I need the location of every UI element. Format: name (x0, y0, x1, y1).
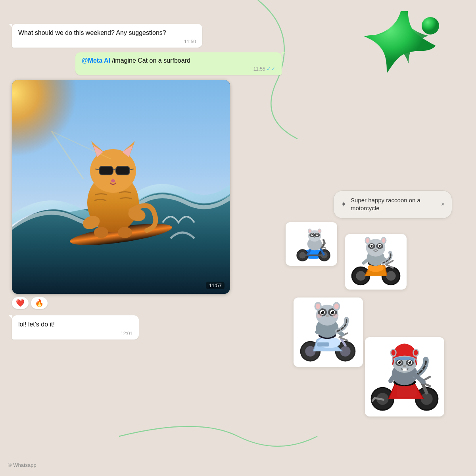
message-text-4: lol! let's do it! (18, 320, 132, 329)
message-time-4: 12:01 (18, 331, 132, 336)
sticker-raccoon-3[interactable] (294, 298, 363, 367)
svg-point-41 (318, 229, 321, 232)
svg-point-82 (316, 303, 320, 309)
svg-point-43 (356, 271, 365, 280)
svg-point-56 (374, 249, 377, 250)
svg-point-84 (334, 303, 339, 309)
message-time-2: 11:55 ✓✓ (82, 66, 275, 72)
message-text-1: What should we do this weekend? Any sugg… (18, 29, 196, 37)
svg-rect-12 (116, 166, 130, 175)
svg-rect-11 (99, 166, 113, 175)
svg-point-77 (331, 311, 332, 312)
svg-rect-89 (397, 385, 417, 397)
stickers-area (278, 222, 460, 460)
svg-point-78 (326, 315, 329, 317)
svg-point-55 (379, 245, 381, 247)
image-timestamp: 11:57 (206, 282, 225, 289)
svg-point-58 (366, 238, 369, 243)
message-time-1: 11:50 (18, 39, 196, 44)
message-bubble-sent-1: @Meta AI /imagine Cat on a surfboard 11:… (75, 52, 282, 75)
reactions-row: ❤️ 🔥 (12, 297, 282, 309)
svg-rect-66 (317, 342, 329, 346)
svg-point-16 (111, 179, 115, 182)
ai-close-button[interactable]: × (441, 201, 445, 208)
ai-spark-icon: ✦ (341, 200, 347, 209)
svg-point-101 (403, 365, 406, 367)
sticker-raccoon-2[interactable] (345, 234, 407, 290)
copyright-text: © Whatsapp (8, 462, 36, 468)
svg-point-60 (382, 238, 385, 243)
svg-point-0 (422, 17, 439, 35)
ai-suggestion-text: Super happy raccoon on a motorcycle (351, 196, 437, 213)
green-star-decoration (357, 8, 444, 95)
message-bubble-received-1: What should we do this weekend? Any sugg… (12, 24, 202, 48)
svg-point-64 (340, 346, 350, 356)
message-text-2: @Meta AI /imagine Cat on a surfboard (82, 57, 275, 64)
svg-point-100 (409, 361, 410, 362)
message-bubble-received-2: lol! let's do it! 12:01 (12, 315, 139, 339)
cat-surfboard-image (12, 80, 230, 294)
svg-point-79 (317, 314, 322, 318)
reaction-heart: ❤️ (12, 297, 29, 309)
svg-point-104 (392, 350, 395, 355)
image-bubble: 11:57 (12, 80, 230, 294)
chat-area: What should we do this weekend? Any sugg… (12, 24, 282, 340)
reaction-fire: 🔥 (31, 297, 48, 309)
svg-point-80 (332, 314, 338, 318)
svg-point-20 (118, 227, 132, 238)
meta-ai-mention: @Meta AI (82, 57, 110, 64)
svg-point-36 (317, 234, 318, 235)
svg-rect-102 (403, 369, 407, 371)
sticker-raccoon-1[interactable] (286, 222, 337, 266)
svg-point-106 (414, 350, 418, 355)
message-ticks: ✓✓ (267, 66, 275, 72)
svg-point-19 (94, 227, 108, 238)
svg-point-74 (321, 311, 322, 312)
sticker-raccoon-4[interactable] (365, 337, 444, 416)
svg-point-97 (398, 361, 399, 362)
ai-suggestion-box: ✦ Super happy raccoon on a motorcycle × (333, 190, 452, 219)
svg-point-34 (312, 234, 313, 235)
svg-point-37 (314, 236, 315, 238)
svg-point-39 (309, 229, 311, 232)
svg-point-45 (386, 271, 395, 280)
svg-point-53 (370, 245, 372, 247)
